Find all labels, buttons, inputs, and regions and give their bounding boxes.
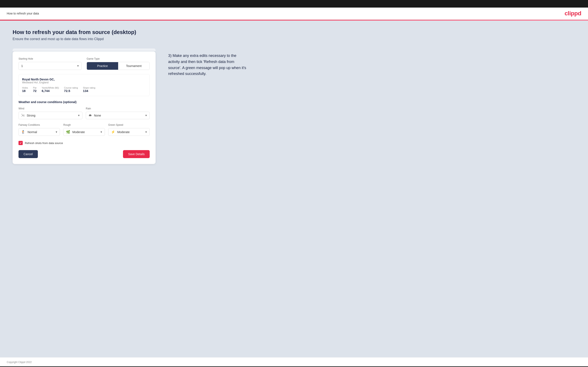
rough-select-wrapper: 🌿 Moderate Light Heavy ▼ [63, 128, 105, 136]
wind-select[interactable]: Strong Light None Moderate [26, 114, 80, 117]
starting-hole-select-wrapper: 1 10 ▼ [18, 62, 82, 70]
green-speed-select[interactable]: Moderate Fast Slow [116, 130, 147, 134]
course-stats: Holes 18 Par 72 Yards/White (M)) 6,744 [22, 86, 146, 92]
wind-icon: 🌬 [21, 114, 25, 117]
green-speed-group: Green Speed ⚡ Moderate Fast Slow ▼ [108, 124, 150, 136]
conditions-grid-top: Wind 🌬 Strong Light None Moderate ▼ [18, 107, 150, 119]
fairway-select[interactable]: Normal Soft Hard [27, 130, 57, 134]
course-name: Royal North Devon GC, [22, 78, 146, 81]
practice-button[interactable]: Practice [87, 62, 118, 70]
page-heading: How to refresh your data from source (de… [13, 29, 575, 35]
game-type-label: Game Type [86, 57, 150, 60]
stat-holes: Holes 18 [22, 86, 28, 92]
rain-select[interactable]: None Light Heavy [93, 114, 147, 117]
wind-select-wrapper: 🌬 Strong Light None Moderate ▼ [18, 112, 82, 119]
wind-label: Wind [18, 107, 82, 110]
fairway-group: Fairway Conditions 🏌 Normal Soft Hard ▼ [18, 124, 60, 136]
yards-value: 6,744 [42, 89, 59, 92]
card-area: Starting Hole 1 10 ▼ Game Type Practi [13, 49, 156, 164]
refresh-label: Refresh shots from data source [25, 142, 63, 145]
button-row: Cancel Save Details [18, 150, 150, 158]
stat-yards: Yards/White (M)) 6,744 [42, 86, 59, 92]
holes-label: Holes [22, 86, 28, 89]
tournament-button[interactable]: Tournament [118, 62, 149, 70]
page-subheading: Ensure the correct and most up to date d… [13, 37, 575, 41]
content-layout: Starting Hole 1 10 ▼ Game Type Practi [13, 49, 575, 164]
header-title: How to refresh your data [7, 12, 39, 15]
course-info-box: Royal North Devon GC, Westward Ho!, Engl… [18, 74, 150, 96]
game-type-buttons: Practice Tournament [86, 62, 150, 70]
main-card: Starting Hole 1 10 ▼ Game Type Practi [13, 51, 156, 164]
green-speed-select-wrapper: ⚡ Moderate Fast Slow ▼ [108, 128, 150, 136]
fairway-label: Fairway Conditions [18, 124, 60, 126]
cancel-button[interactable]: Cancel [18, 150, 38, 158]
fairway-icon: 🏌 [21, 130, 26, 134]
rough-label: Rough [63, 124, 105, 126]
starting-hole-label: Starting Hole [18, 57, 82, 60]
rain-icon: 🌧 [88, 114, 92, 117]
top-bar [0, 0, 588, 8]
refresh-checkbox[interactable] [18, 141, 23, 145]
rain-label: Rain [86, 107, 150, 110]
side-text: 3) Make any extra edits necessary to the… [168, 49, 248, 77]
stat-par: Par 72 [33, 86, 37, 92]
starting-hole-group: Starting Hole 1 10 ▼ [18, 57, 82, 70]
course-location: Westward Ho!, England [22, 81, 146, 84]
main-content: How to refresh your data from source (de… [0, 21, 588, 357]
conditions-grid-bottom: Fairway Conditions 🏌 Normal Soft Hard ▼ [18, 124, 150, 136]
save-button[interactable]: Save Details [123, 150, 150, 158]
course-rating-value: 72.5 [64, 89, 78, 92]
footer-text: Copyright Clippd 2022 [7, 361, 32, 364]
wind-group: Wind 🌬 Strong Light None Moderate ▼ [18, 107, 82, 119]
par-value: 72 [33, 89, 37, 92]
slope-rating-label: Slope rating [83, 86, 95, 89]
conditions-heading: Weather and course conditions (optional) [18, 100, 150, 104]
header: How to refresh your data clippd [0, 8, 588, 20]
side-description: 3) Make any extra edits necessary to the… [168, 53, 248, 77]
form-row-top: Starting Hole 1 10 ▼ Game Type Practi [18, 57, 150, 70]
rain-group: Rain 🌧 None Light Heavy ▼ [86, 107, 150, 119]
course-rating-label: Course rating [64, 86, 78, 89]
fairway-select-wrapper: 🏌 Normal Soft Hard ▼ [18, 128, 60, 136]
rough-select[interactable]: Moderate Light Heavy [71, 130, 102, 134]
starting-hole-select[interactable]: 1 10 [19, 62, 81, 70]
logo: clippd [565, 10, 581, 17]
stat-course-rating: Course rating 72.5 [64, 86, 78, 92]
slope-rating-value: 134 [83, 89, 95, 92]
holes-value: 18 [22, 89, 28, 92]
partial-card [13, 49, 156, 51]
par-label: Par [33, 86, 37, 89]
stat-slope-rating: Slope rating 134 [83, 86, 95, 92]
green-speed-icon: ⚡ [111, 130, 115, 134]
game-type-group: Game Type Practice Tournament [86, 57, 150, 70]
yards-label: Yards/White (M)) [42, 86, 59, 89]
green-speed-label: Green Speed [108, 124, 150, 126]
refresh-row: Refresh shots from data source [18, 141, 150, 145]
rough-icon: 🌿 [66, 130, 70, 134]
rough-group: Rough 🌿 Moderate Light Heavy ▼ [63, 124, 105, 136]
footer: Copyright Clippd 2022 [0, 357, 588, 366]
rain-select-wrapper: 🌧 None Light Heavy ▼ [86, 112, 150, 119]
